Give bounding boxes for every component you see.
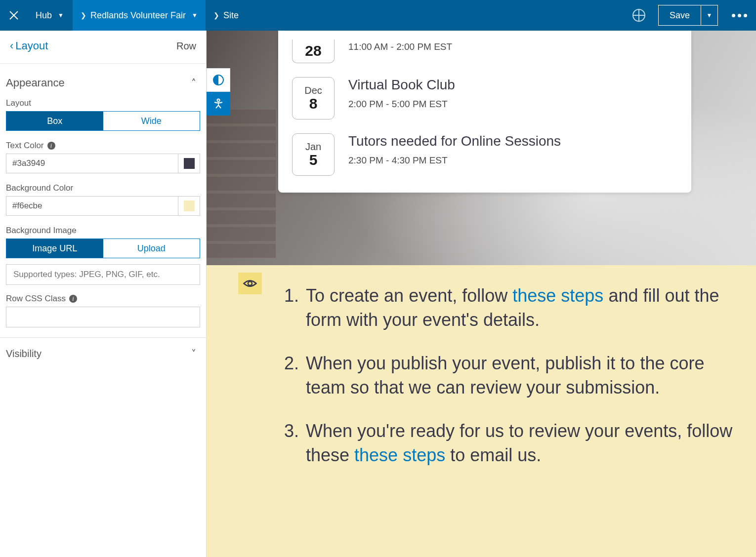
back-label: Layout (15, 40, 48, 52)
contrast-icon (213, 75, 224, 85)
chevron-down-icon: ▼ (192, 12, 198, 19)
chevron-down-icon: ˅ (191, 348, 196, 359)
canvas-toolbar (207, 68, 230, 116)
chevron-down-icon: ▼ (707, 12, 713, 19)
bg-image-option-upload[interactable]: Upload (103, 239, 200, 258)
list-item: 2. When you publish your event, publish … (278, 352, 746, 399)
dot-icon (744, 14, 747, 17)
event-day: 5 (309, 152, 318, 168)
dot-icon (738, 14, 741, 17)
row-css-label: Row CSS Class i (6, 294, 200, 304)
eye-icon (243, 276, 257, 291)
chevron-left-icon: ‹ (10, 40, 13, 52)
steps-link[interactable]: these steps (354, 445, 445, 465)
accessibility-icon (212, 98, 224, 110)
contrast-check-button[interactable] (207, 68, 230, 92)
chevron-right-icon: ❯ (213, 11, 219, 19)
event-title: Tutors needed for Online Sessions (348, 133, 561, 149)
chevron-up-icon: ˄ (191, 77, 196, 89)
close-icon (8, 9, 20, 22)
breadcrumb-label: Site (223, 10, 239, 21)
text-color-input[interactable] (6, 154, 178, 173)
text-color-label: Text Color i (6, 141, 200, 151)
list-item: 3. When you're ready for us to review yo… (278, 419, 746, 467)
bg-color-input[interactable] (6, 197, 178, 215)
event-row[interactable]: Dec 8 Virtual Book Club 2:00 PM - 5:00 P… (292, 68, 677, 124)
steps-link[interactable]: these steps (512, 285, 603, 306)
context-label: Row (176, 40, 196, 52)
svg-point-1 (248, 281, 252, 285)
section-title: Visibility (6, 348, 42, 359)
event-time: 11:00 AM - 2:00 PM EST (348, 41, 452, 52)
event-row[interactable]: Jan 5 Tutors needed for Online Sessions … (292, 124, 677, 181)
bg-image-label: Background Image (6, 226, 200, 236)
dot-icon (732, 14, 735, 17)
back-to-layout[interactable]: ‹ Layout (10, 40, 48, 52)
more-menu[interactable] (723, 0, 756, 31)
event-time: 2:30 PM - 4:30 PM EST (348, 155, 561, 166)
bg-color-label: Background Color (6, 183, 200, 193)
text-color-swatch[interactable] (178, 154, 200, 173)
event-date-box: Dec 8 (292, 77, 335, 119)
events-card: 28 11:00 AM - 2:00 PM EST Dec 8 Virtual … (278, 31, 691, 193)
list-item: 1. To create an event, follow these step… (278, 284, 746, 332)
event-month: Dec (304, 85, 322, 96)
save-dropdown-button[interactable]: ▼ (701, 5, 718, 26)
info-icon[interactable]: i (69, 295, 77, 303)
close-button[interactable] (0, 0, 28, 31)
event-date-box: 28 (292, 40, 335, 63)
info-icon[interactable]: i (47, 142, 55, 150)
event-day: 28 (305, 42, 321, 59)
globe-button[interactable] (625, 0, 653, 31)
bg-image-toggle: Image URL Upload (6, 239, 200, 258)
instructions-section: 1. To create an event, follow these step… (207, 265, 756, 557)
hub-menu[interactable]: Hub ▼ (28, 0, 73, 31)
chevron-down-icon: ▼ (58, 12, 64, 19)
row-css-input[interactable] (6, 307, 200, 327)
layout-label: Layout (6, 98, 200, 108)
svg-point-0 (217, 99, 220, 102)
bg-color-swatch[interactable] (178, 197, 200, 215)
event-time: 2:00 PM - 5:00 PM EST (348, 99, 455, 110)
globe-icon (632, 9, 645, 22)
hub-label: Hub (36, 10, 52, 21)
top-bar: Hub ▼ ❯ Redlands Volunteer Fair ▼ ❯ Site… (0, 0, 756, 31)
chevron-right-icon: ❯ (81, 11, 86, 19)
breadcrumb-item-site[interactable]: ❯ Site (206, 0, 247, 31)
visibility-section-toggle[interactable]: Visibility ˅ (0, 338, 206, 359)
event-month: Jan (305, 141, 321, 153)
bg-image-option-url[interactable]: Image URL (6, 239, 103, 258)
event-date-box: Jan 5 (292, 133, 335, 176)
instructions-list: 1. To create an event, follow these step… (278, 284, 746, 487)
page-canvas: 28 11:00 AM - 2:00 PM EST Dec 8 Virtual … (207, 31, 756, 557)
section-title: Appearance (6, 77, 65, 89)
save-button[interactable]: Save (658, 5, 701, 26)
breadcrumb-label: Redlands Volunteer Fair (90, 10, 186, 21)
layout-option-box[interactable]: Box (6, 112, 103, 130)
breadcrumb-item-active[interactable]: ❯ Redlands Volunteer Fair ▼ (73, 0, 206, 31)
event-row[interactable]: 28 11:00 AM - 2:00 PM EST (292, 31, 677, 68)
event-day: 8 (309, 95, 318, 112)
accessibility-button[interactable] (207, 92, 230, 116)
settings-panel: ‹ Layout Row Appearance ˄ Layout Box Wid… (0, 31, 207, 557)
bg-image-url-input[interactable] (6, 264, 200, 285)
event-title: Virtual Book Club (348, 77, 455, 93)
visibility-badge[interactable] (238, 273, 262, 294)
layout-toggle: Box Wide (6, 111, 200, 131)
layout-option-wide[interactable]: Wide (103, 112, 200, 130)
appearance-section-toggle[interactable]: Appearance ˄ (0, 64, 206, 91)
